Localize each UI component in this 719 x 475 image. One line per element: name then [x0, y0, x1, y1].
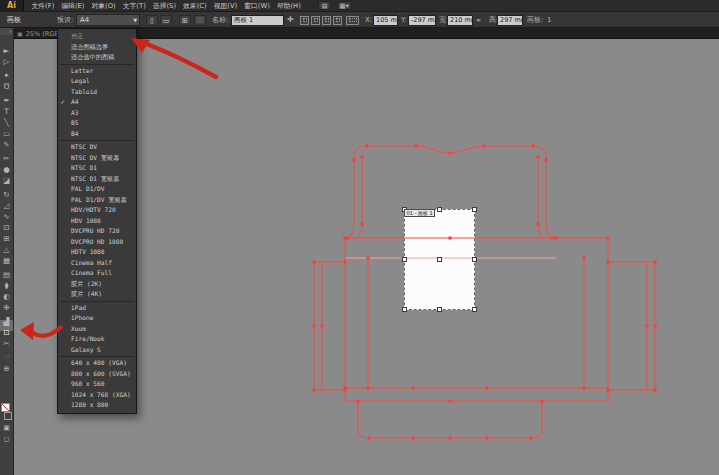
preset-menu-item[interactable]: 适合图稿边界 [58, 42, 136, 53]
menu-item[interactable]: 选择(S) [149, 0, 179, 12]
preset-menu-item[interactable]: Letter [58, 66, 136, 77]
line-tool[interactable]: ╲ [0, 110, 13, 121]
menu-item[interactable]: 编辑(E) [58, 0, 88, 12]
preset-menu-item[interactable]: A4 [58, 97, 136, 108]
portrait-orientation-button[interactable]: ▯ [146, 15, 158, 26]
preset-menu-item[interactable]: Cinema Full [58, 268, 136, 279]
menu-item[interactable]: 视图(V) [210, 0, 241, 12]
preset-menu-item[interactable]: DVCPRO HD 720 [58, 226, 136, 237]
artboard-preset-button-1[interactable] [300, 16, 309, 25]
lasso-tool[interactable]: ℧ [0, 74, 13, 85]
width-input[interactable]: 210 mm [447, 15, 473, 26]
preset-menu-item[interactable]: B4 [58, 129, 136, 140]
artboard-name-input[interactable]: 画板 1 [231, 15, 284, 26]
panel-collapse-icon[interactable]: » [0, 28, 13, 35]
preset-menu-item[interactable]: PAL D1/DV 宽银幕 [58, 195, 136, 206]
scale-tool[interactable]: ◿ [0, 193, 13, 204]
landscape-orientation-button[interactable]: ▭ [160, 15, 172, 26]
move-reference-point-icon[interactable]: ✛ [287, 12, 294, 28]
artboard-selection-frame[interactable] [404, 209, 475, 310]
symbol-sprayer-tool[interactable]: ❉ [0, 295, 13, 306]
fill-stroke-swatches[interactable] [0, 401, 13, 423]
preset-menu-item[interactable]: NTSC DV 宽银幕 [58, 153, 136, 164]
paintbrush-tool[interactable]: ✎ [0, 132, 13, 143]
preset-menu-item[interactable]: 自定 [58, 31, 136, 42]
preset-menu-item[interactable]: Galaxy S [58, 345, 136, 356]
menu-item[interactable]: 文字(T) [119, 0, 149, 12]
link-dimensions-icon[interactable]: ∞ [476, 12, 481, 28]
preset-menu-item[interactable]: iPad [58, 303, 136, 314]
rectangle-tool[interactable]: ▭ [0, 121, 13, 132]
preset-menu-item[interactable]: HDV 1080 [58, 216, 136, 227]
screen-mode-button[interactable]: ◻ [0, 434, 13, 445]
preset-menu-item[interactable]: 800 x 600 (SVGA) [58, 369, 136, 380]
menu-item[interactable]: 文件(F) [28, 0, 58, 12]
width-tool[interactable]: ∿ [0, 204, 13, 215]
preset-menu-item[interactable]: NTSC D1 [58, 163, 136, 174]
type-tool[interactable]: T [0, 99, 13, 110]
preset-menu-item[interactable]: Xoom [58, 324, 136, 335]
drawing-mode-button[interactable]: ▣ [0, 423, 13, 434]
menu-item[interactable]: 对象(O) [88, 0, 119, 12]
menu-item[interactable]: 帮助(H) [273, 0, 304, 12]
pen-tool[interactable]: ✒ [0, 88, 13, 99]
preset-menu-item[interactable]: iPhone [58, 313, 136, 324]
workspace-switcher-icon[interactable]: ▦▾ [337, 1, 352, 10]
fill-none-swatch[interactable] [1, 403, 10, 412]
preset-menu-item[interactable]: NTSC D1 宽银幕 [58, 174, 136, 185]
preset-menu-item[interactable]: Fire/Nook [58, 334, 136, 345]
artboard-handle-s[interactable] [437, 307, 442, 312]
artboard-handle-center[interactable] [437, 257, 442, 262]
direct-selection-tool[interactable]: ▷ [0, 49, 13, 60]
artboard-preset-button-3[interactable] [322, 16, 331, 25]
zoom-tool[interactable]: ⊕ [0, 356, 13, 367]
artboard-preset-button-4[interactable] [333, 16, 342, 25]
preset-menu-item[interactable]: B5 [58, 118, 136, 129]
column-graph-tool[interactable]: ▟ [0, 309, 13, 320]
preset-menu-item[interactable]: PAL D1/DV [58, 184, 136, 195]
x-input[interactable]: 105 mm [373, 15, 398, 26]
bridge-icon[interactable]: ▤ [318, 1, 330, 10]
perspective-grid-tool[interactable]: △ [0, 237, 13, 248]
y-input[interactable]: -297 mm [408, 15, 436, 26]
artboard-handle-ne[interactable] [472, 207, 477, 212]
gradient-tool[interactable]: ▤ [0, 262, 13, 273]
stroke-swatch[interactable] [4, 412, 12, 420]
preset-menu-item[interactable]: Legal [58, 76, 136, 87]
magic-wand-tool[interactable]: ✦ [0, 63, 13, 74]
artboard-handle-se[interactable] [472, 307, 477, 312]
free-transform-tool[interactable]: ⊡ [0, 215, 13, 226]
preset-menu-item[interactable]: 胶片 (4K) [58, 289, 136, 300]
artboard-preset-button-2[interactable] [311, 16, 320, 25]
preset-menu-item[interactable]: 1024 x 768 (XGA) [58, 390, 136, 401]
preset-menu-item[interactable]: Cinema Half [58, 258, 136, 269]
new-artboard-button[interactable]: ⊞ [179, 15, 191, 26]
rearrange-artboards-button[interactable] [346, 16, 359, 25]
artboard-tool[interactable]: ⊡ [0, 320, 13, 331]
preset-menu-item[interactable]: Tabloid [58, 87, 136, 98]
menu-item[interactable]: 效果(C) [180, 0, 211, 12]
pencil-tool[interactable]: ✏ [0, 146, 13, 157]
preset-menu-item[interactable]: 胶片 (2K) [58, 279, 136, 290]
eyedropper-tool[interactable]: ⧫ [0, 273, 13, 284]
shape-builder-tool[interactable]: ⊞ [0, 226, 13, 237]
selection-tool[interactable]: ► [0, 38, 13, 49]
rotate-tool[interactable]: ↻ [0, 182, 13, 193]
preset-dropdown[interactable]: A4 ▼ [76, 14, 140, 26]
preset-menu-item[interactable]: HDTV 1080 [58, 247, 136, 258]
preset-menu-item[interactable]: 960 x 560 [58, 379, 136, 390]
artboard-handle-e[interactable] [472, 257, 477, 262]
eraser-tool[interactable]: ◪ [0, 168, 13, 179]
preset-menu-item[interactable]: 640 x 480 (VGA) [58, 358, 136, 369]
hand-tool[interactable]: ☜ [0, 345, 13, 356]
mesh-tool[interactable]: ▦ [0, 248, 13, 259]
preset-menu-item[interactable]: NTSC DV [58, 142, 136, 153]
preset-menu-item[interactable]: HDV/HDTV 720 [58, 205, 136, 216]
menu-item[interactable]: 窗口(W) [241, 0, 274, 12]
artboard-handle-w[interactable] [402, 257, 407, 262]
height-input[interactable]: 297 mm [497, 15, 523, 26]
blob-brush-tool[interactable]: ● [0, 157, 13, 168]
artboard-handle-n[interactable] [437, 207, 442, 212]
preset-menu-item[interactable]: 适合选中的图稿 [58, 52, 136, 63]
slice-tool[interactable]: ✂ [0, 331, 13, 342]
